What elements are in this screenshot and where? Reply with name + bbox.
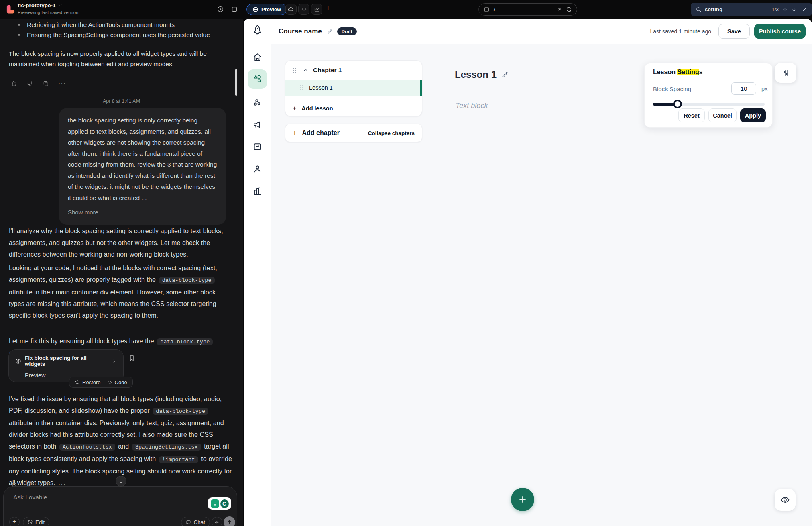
edit-pencil-icon[interactable] (327, 28, 333, 35)
chapter-header[interactable]: Chapter 1 (285, 61, 422, 80)
find-bar: 1/3 (691, 3, 812, 16)
drag-handle-icon[interactable] (293, 67, 296, 73)
restore-button[interactable]: Restore (75, 379, 101, 385)
scroll-to-bottom-button[interactable] (116, 476, 126, 487)
collapse-chapters-button[interactable]: Collapse chapters (368, 130, 415, 136)
grammarly-widget[interactable]: G (208, 497, 231, 510)
save-button[interactable]: Save (718, 24, 750, 39)
code-icon (301, 6, 307, 12)
message-actions: ··· (10, 80, 66, 87)
more-actions-icon[interactable]: ··· (58, 80, 66, 87)
thumbs-up-icon[interactable] (10, 80, 17, 87)
nav-analytics-icon[interactable] (252, 186, 263, 196)
nav-courses-selected[interactable] (248, 69, 267, 89)
cloud-button[interactable] (285, 4, 297, 15)
add-block-fab[interactable] (511, 488, 534, 511)
edit-select-icon (28, 520, 33, 525)
code-view-button[interactable]: Code (107, 379, 127, 385)
drag-handle-icon[interactable] (300, 85, 303, 90)
user-message-text: the block spacing setting is only correc… (68, 117, 217, 201)
send-button[interactable] (224, 516, 235, 526)
code-change-title: Fix block spacing for all widgets (25, 355, 108, 367)
version-actions: Restore Code (69, 377, 133, 388)
code-button[interactable] (298, 4, 309, 15)
url-bar[interactable]: / (478, 3, 577, 16)
cloud-icon (288, 6, 294, 12)
app-header: Course name Draft Last saved 1 minute ag… (271, 19, 812, 44)
cancel-button[interactable]: Cancel (708, 108, 737, 122)
nav-home-icon[interactable] (252, 52, 263, 62)
thumbs-down-icon[interactable] (26, 80, 33, 87)
assistant-paragraph: I've fixed the issue by ensuring that al… (9, 393, 233, 489)
voice-input-button[interactable] (212, 517, 222, 526)
globe-icon (252, 6, 258, 12)
refresh-icon[interactable] (566, 6, 572, 12)
block-spacing-input[interactable] (731, 82, 756, 95)
copy-icon[interactable] (43, 80, 49, 87)
search-icon (696, 6, 702, 12)
edit-pencil-icon[interactable] (501, 71, 509, 78)
chat-scrollbar-thumb[interactable] (235, 69, 237, 96)
chat-panel: Retrieving it when the ActionTools compo… (0, 19, 243, 526)
lesson-item-label: Lesson 1 (309, 84, 333, 91)
add-lesson-button[interactable]: + Add lesson (285, 100, 422, 116)
add-chapter-bar: + Add chapter Collapse chapters (285, 124, 422, 142)
bookmark-icon[interactable] (128, 355, 135, 361)
chapter-card: Chapter 1 Lesson 1 + Add lesson (285, 60, 422, 116)
composer-placeholder[interactable]: Ask Lovable... (13, 494, 52, 501)
add-tab-icon[interactable]: + (326, 4, 330, 12)
attach-button[interactable]: + (9, 517, 20, 526)
nav-community-icon[interactable] (252, 98, 263, 108)
search-prev-icon[interactable] (782, 6, 788, 12)
assistant-paragraph: The block spacing is now properly applie… (9, 49, 222, 69)
history-icon[interactable] (217, 6, 224, 13)
nav-announcements-icon[interactable] (252, 120, 263, 130)
split-panel-icon (484, 6, 490, 12)
course-name: Course name (279, 27, 322, 35)
chat-bubble-icon (186, 520, 191, 525)
close-icon[interactable] (802, 7, 807, 12)
reset-button[interactable]: Reset (678, 108, 705, 122)
shapes-icon (252, 73, 263, 84)
settings-toggle-button[interactable] (775, 63, 796, 83)
chevron-up-icon[interactable] (303, 67, 308, 73)
add-chapter-button[interactable]: + Add chapter (293, 129, 340, 137)
layout-panel-icon[interactable] (231, 6, 238, 12)
user-message-bubble: the block spacing setting is only correc… (59, 108, 226, 225)
publish-course-button[interactable]: Publish course (754, 24, 806, 39)
slider-thumb[interactable] (673, 100, 682, 108)
lesson-title-row: Lesson 1 (455, 69, 509, 80)
nav-profile-icon[interactable] (252, 164, 263, 174)
chevron-right-icon (112, 359, 117, 364)
chat-bullet-item: Ensuring the SpacingSettings component u… (27, 30, 231, 40)
assistant-paragraph: I'll analyze why the block spacing setti… (9, 225, 229, 260)
preview-mode-button[interactable] (775, 489, 796, 511)
text-block-placeholder[interactable]: Text block (456, 102, 488, 110)
apply-button[interactable]: Apply (740, 108, 766, 122)
lightbulb-icon (211, 499, 219, 508)
draft-badge: Draft (337, 27, 357, 35)
analytics-button[interactable] (311, 4, 322, 15)
edit-mode-button[interactable]: Edit (23, 517, 49, 526)
project-menu[interactable]: flc-prototype-1 (18, 2, 63, 8)
lesson-list-item-selected[interactable]: Lesson 1 (285, 80, 422, 96)
search-next-icon[interactable] (791, 6, 797, 12)
url-path: / (494, 7, 495, 12)
search-match-count: 1/3 (772, 7, 779, 12)
rocket-logo-icon[interactable] (251, 24, 264, 38)
chat-mode-button[interactable]: Chat (181, 517, 210, 526)
preview-button[interactable]: Preview (246, 4, 287, 15)
unit-label: px (761, 86, 767, 92)
open-external-icon[interactable] (556, 7, 562, 12)
nav-inbox-icon[interactable] (252, 142, 263, 152)
search-input[interactable] (705, 6, 765, 12)
project-status: Previewing last saved version (18, 10, 79, 15)
search-highlight: Setting (677, 69, 699, 75)
lovable-logo-icon[interactable] (6, 4, 15, 14)
arrow-up-icon (226, 519, 232, 525)
chat-composer[interactable]: Ask Lovable... G + Edit Chat (3, 486, 237, 526)
plus-icon: + (12, 518, 16, 525)
show-more-link[interactable]: Show more (68, 207, 217, 218)
arrow-down-icon (118, 479, 124, 484)
block-spacing-slider[interactable] (653, 103, 765, 106)
